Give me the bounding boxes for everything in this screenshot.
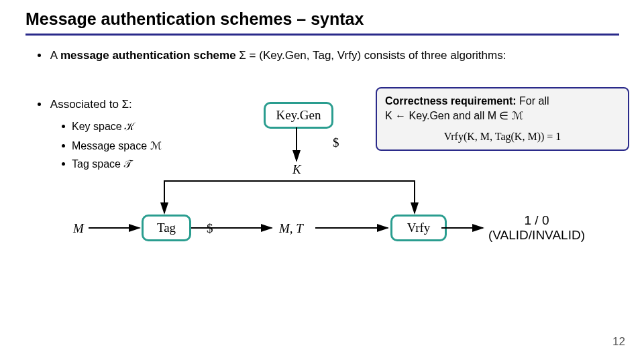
arrows-svg	[0, 0, 644, 362]
page-number: 12	[612, 335, 625, 349]
arrow-k-to-tag	[164, 181, 297, 213]
arrow-k-to-vrfy	[297, 181, 415, 213]
slide: Message authentication schemes – syntax …	[0, 0, 644, 362]
